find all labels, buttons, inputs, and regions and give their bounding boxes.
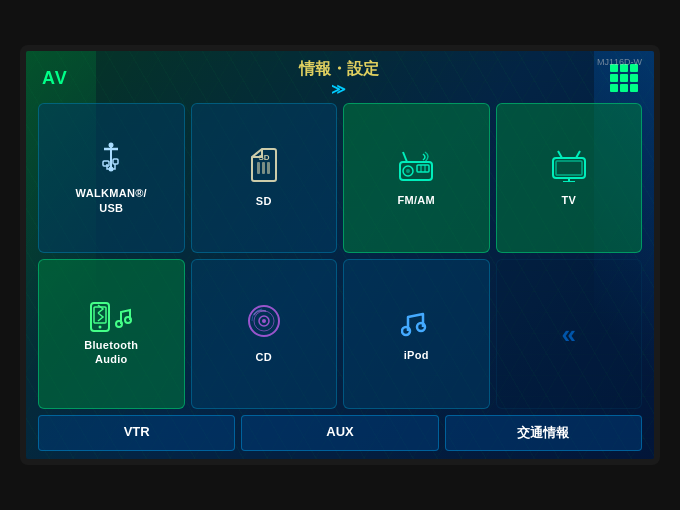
aux-button[interactable]: AUX <box>241 415 438 451</box>
av-label: AV <box>42 68 68 89</box>
grid-dot <box>610 74 618 82</box>
svg-rect-16 <box>556 161 582 175</box>
svg-point-30 <box>402 327 410 335</box>
header-title: 情報・設定 ≫ <box>68 59 610 97</box>
source-label-cd: CD <box>256 350 273 364</box>
svg-line-9 <box>403 152 407 162</box>
svg-text:SD: SD <box>258 153 269 162</box>
source-item-walkman-usb[interactable]: WALKMAN®/USB <box>38 103 185 253</box>
source-item-cd[interactable]: CD <box>191 259 338 409</box>
source-label-tv: TV <box>561 193 576 207</box>
screen-content: AV 情報・設定 ≫ <box>26 51 654 459</box>
svg-point-2 <box>109 167 114 172</box>
source-label-walkman-usb: WALKMAN®/USB <box>76 186 147 215</box>
svg-rect-4 <box>257 162 260 174</box>
traffic-button[interactable]: 交通情報 <box>445 415 642 451</box>
svg-rect-12 <box>417 165 429 172</box>
header-arrow: ≫ <box>68 81 610 97</box>
cd-icon <box>246 303 282 344</box>
source-item-sd[interactable]: SD SD <box>191 103 338 253</box>
grid-dot <box>630 84 638 92</box>
header-bar: AV 情報・設定 ≫ <box>38 59 642 97</box>
svg-point-24 <box>116 321 122 327</box>
bottom-button-row: VTR AUX 交通情報 <box>38 415 642 451</box>
svg-point-23 <box>99 325 102 328</box>
source-item-ipod[interactable]: iPod <box>343 259 490 409</box>
grid-dot <box>630 74 638 82</box>
svg-line-20 <box>576 151 580 158</box>
grid-dot <box>610 84 618 92</box>
svg-point-11 <box>406 169 410 173</box>
device-screen: MJ116D-W AV 情報・設定 ≫ <box>20 45 660 465</box>
model-number: MJ116D-W <box>597 57 642 67</box>
svg-point-25 <box>125 317 131 323</box>
source-label-fmam: FM/AM <box>397 193 435 207</box>
svg-point-31 <box>417 323 425 331</box>
source-item-empty: « <box>496 259 643 409</box>
svg-rect-5 <box>262 162 265 174</box>
svg-rect-1 <box>113 159 118 164</box>
svg-point-3 <box>109 143 114 148</box>
source-label-bluetooth-audio: BluetoothAudio <box>84 338 138 367</box>
right-chevron-icon: « <box>562 319 576 350</box>
sd-icon: SD <box>248 147 280 188</box>
svg-line-19 <box>558 151 562 158</box>
source-item-fmam[interactable]: FM/AM <box>343 103 490 253</box>
source-label-sd: SD <box>256 194 272 208</box>
grid-dot <box>620 84 628 92</box>
vtr-button[interactable]: VTR <box>38 415 235 451</box>
ipod-icon <box>401 305 431 342</box>
source-item-bluetooth-audio[interactable]: BluetoothAudio <box>38 259 185 409</box>
usb-icon <box>94 141 128 180</box>
svg-rect-0 <box>103 161 109 166</box>
menu-grid-icon[interactable] <box>610 64 638 92</box>
source-label-ipod: iPod <box>404 348 429 362</box>
grid-dot <box>620 74 628 82</box>
bluetooth-audio-icon <box>89 302 133 332</box>
source-item-tv[interactable]: TV <box>496 103 643 253</box>
svg-point-29 <box>262 319 266 323</box>
tv-icon <box>550 148 588 187</box>
svg-rect-6 <box>267 162 270 174</box>
source-grid: WALKMAN®/USB SD SD <box>38 103 642 409</box>
radio-icon <box>397 148 435 187</box>
